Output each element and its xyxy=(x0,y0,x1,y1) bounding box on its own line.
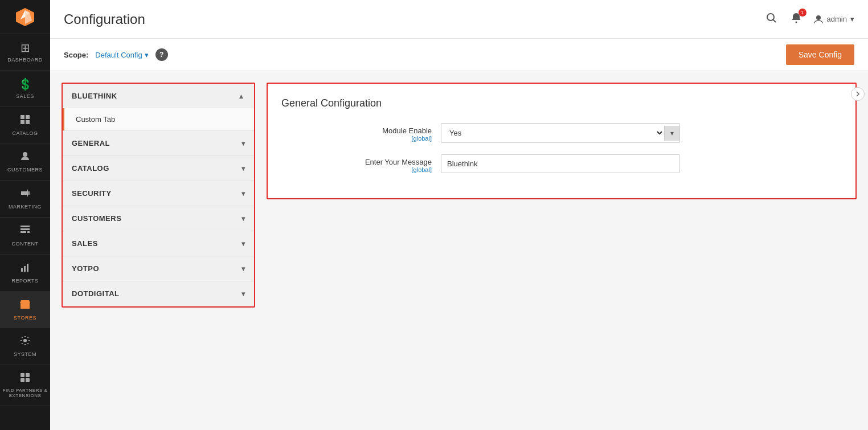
svg-rect-25 xyxy=(26,378,30,382)
svg-rect-24 xyxy=(21,378,24,382)
module-enable-select-wrapper: Yes No ▾ xyxy=(441,123,680,143)
accordion-header-catalog[interactable]: CATALOG ▾ xyxy=(63,156,254,181)
svg-rect-17 xyxy=(24,266,26,272)
module-enable-label: Module Enable xyxy=(281,126,432,135)
logo xyxy=(0,0,50,34)
svg-rect-12 xyxy=(21,226,30,227)
form-label-group-module-enable: Module Enable [global] xyxy=(281,123,441,142)
sidebar-item-reports[interactable]: REPORTS xyxy=(0,255,50,292)
scope-select[interactable]: Default Config ▾ xyxy=(95,51,148,59)
admin-dropdown-icon: ▾ xyxy=(850,15,854,23)
chevron-down-icon: ▾ xyxy=(241,140,245,148)
module-enable-sublabel: [global] xyxy=(281,135,432,142)
enter-message-input[interactable] xyxy=(441,154,680,173)
sidebar-item-marketing[interactable]: MARKETING xyxy=(0,181,50,218)
chevron-down-icon: ▾ xyxy=(241,190,245,198)
svg-rect-20 xyxy=(23,305,27,309)
module-enable-select[interactable]: Yes No xyxy=(441,124,664,142)
form-row-enter-message: Enter Your Message [global] xyxy=(281,154,842,173)
sidebar-item-content[interactable]: CONTENT xyxy=(0,218,50,255)
accordion-sales: SALES ▾ xyxy=(63,231,254,256)
right-wrapper: General Configuration Module Enable [glo… xyxy=(255,83,857,419)
accordion-label-yotpo: YOTPO xyxy=(72,264,99,273)
scope-help-icon[interactable]: ? xyxy=(155,48,168,61)
save-config-button[interactable]: Save Config xyxy=(786,44,854,65)
top-header: Configuration 1 admin ▾ xyxy=(50,0,868,39)
svg-rect-22 xyxy=(21,373,24,377)
system-icon xyxy=(19,335,31,349)
sidebar-item-custom-tab[interactable]: Custom Tab xyxy=(63,108,254,130)
search-button[interactable] xyxy=(763,10,779,28)
enter-message-label: Enter Your Message xyxy=(281,158,432,166)
accordion-header-general[interactable]: GENERAL ▾ xyxy=(63,131,254,155)
customers-icon xyxy=(19,150,31,165)
left-panel: BLUETHINK ▲ Custom Tab GENERAL ▾ xyxy=(62,83,255,308)
svg-rect-18 xyxy=(27,264,28,272)
accordion-content-bluethink: Custom Tab xyxy=(63,108,254,130)
svg-rect-7 xyxy=(26,120,30,124)
sidebar-item-dashboard[interactable]: ⊞ DASHBOARD xyxy=(0,34,50,71)
svg-rect-13 xyxy=(21,228,30,230)
sidebar-item-label: STORES xyxy=(14,315,36,321)
enter-message-sublabel: [global] xyxy=(281,166,432,173)
chevron-down-icon: ▾ xyxy=(241,265,245,273)
chevron-down-icon: ▾ xyxy=(241,240,245,248)
dashboard-icon: ⊞ xyxy=(21,41,30,55)
sidebar-item-customers[interactable]: CUSTOMERS xyxy=(0,144,50,181)
accordion-label-catalog: CATALOG xyxy=(72,164,109,173)
sidebar-item-label: SALES xyxy=(16,93,34,100)
collapse-button[interactable] xyxy=(851,87,865,101)
sidebar-item-catalog[interactable]: CATALOG xyxy=(0,107,50,144)
accordion-bluethink: BLUETHINK ▲ Custom Tab xyxy=(63,84,254,131)
extensions-icon xyxy=(19,372,31,386)
catalog-icon xyxy=(19,114,31,128)
accordion-header-customers[interactable]: CUSTOMERS ▾ xyxy=(63,206,254,231)
svg-point-21 xyxy=(23,339,27,342)
accordion-header-sales[interactable]: SALES ▾ xyxy=(63,231,254,256)
sidebar-item-sales[interactable]: 💲 SALES xyxy=(0,71,50,107)
svg-rect-15 xyxy=(27,231,30,233)
sidebar-item-label: SYSTEM xyxy=(14,351,36,358)
svg-point-26 xyxy=(767,14,774,21)
accordion-dotdigital: DOTDIGITAL ▾ xyxy=(63,281,254,306)
reports-icon xyxy=(19,261,31,276)
svg-point-8 xyxy=(23,152,27,157)
accordion-label-sales: SALES xyxy=(72,239,98,248)
accordion-header-bluethink[interactable]: BLUETHINK ▲ xyxy=(63,84,254,108)
notifications-button[interactable]: 1 xyxy=(788,10,804,28)
content-icon xyxy=(19,224,31,239)
form-label-group-enter-message: Enter Your Message [global] xyxy=(281,154,441,173)
section-title: General Configuration xyxy=(281,97,842,109)
svg-rect-6 xyxy=(21,120,24,124)
sidebar-item-extensions[interactable]: FIND PARTNERS & EXTENSIONS xyxy=(0,365,50,406)
sidebar-item-system[interactable]: SYSTEM xyxy=(0,328,50,365)
accordion-yotpo: YOTPO ▾ xyxy=(63,256,254,281)
accordion-label-customers: CUSTOMERS xyxy=(72,214,121,223)
admin-user-menu[interactable]: admin ▾ xyxy=(813,14,854,24)
scope-dropdown-icon: ▾ xyxy=(145,51,149,59)
admin-username: admin xyxy=(827,15,847,23)
scope-label: Scope: xyxy=(64,51,88,59)
sidebar-item-label: CUSTOMERS xyxy=(7,167,43,173)
scope-bar: Scope: Default Config ▾ ? Save Config xyxy=(50,39,868,71)
sidebar-item-stores[interactable]: STORES xyxy=(0,292,50,329)
svg-rect-4 xyxy=(21,115,24,119)
main-wrapper: Configuration 1 admin ▾ xyxy=(50,0,868,430)
marketing-icon xyxy=(19,187,31,202)
sidebar-item-label: CATALOG xyxy=(12,130,38,137)
select-arrow-button[interactable]: ▾ xyxy=(664,126,679,141)
svg-rect-14 xyxy=(21,231,26,233)
right-panel: General Configuration Module Enable [glo… xyxy=(267,83,857,199)
accordion-header-dotdigital[interactable]: DOTDIGITAL ▾ xyxy=(63,281,254,306)
svg-point-29 xyxy=(816,15,821,20)
accordion-header-yotpo[interactable]: YOTPO ▾ xyxy=(63,256,254,281)
accordion-general: GENERAL ▾ xyxy=(63,131,254,156)
svg-rect-5 xyxy=(26,115,30,119)
svg-rect-23 xyxy=(26,373,30,377)
accordion-label-security: SECURITY xyxy=(72,189,112,198)
chevron-down-icon: ▾ xyxy=(241,165,245,173)
accordion-customers: CUSTOMERS ▾ xyxy=(63,206,254,231)
accordion-header-security[interactable]: SECURITY ▾ xyxy=(63,181,254,206)
svg-rect-16 xyxy=(21,268,23,272)
accordion-label-bluethink: BLUETHINK xyxy=(72,92,117,100)
